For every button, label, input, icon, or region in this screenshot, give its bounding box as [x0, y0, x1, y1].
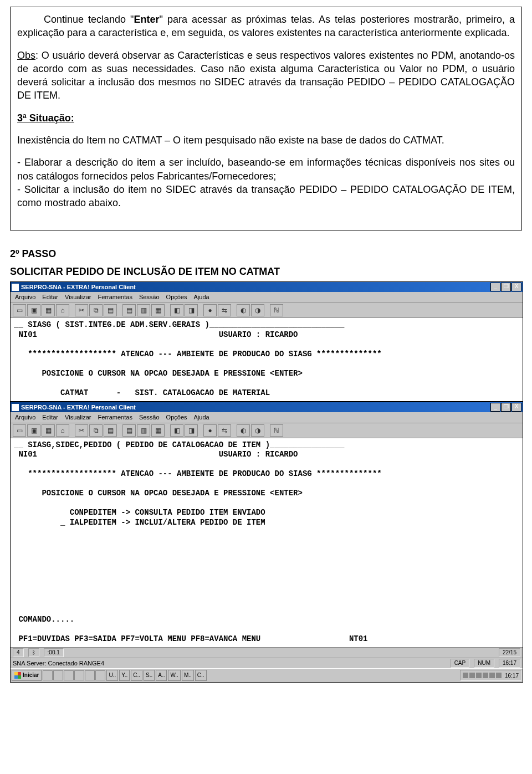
tool-print-icon[interactable]: ⌂	[56, 304, 69, 316]
menu-item[interactable]: Ajuda	[194, 413, 209, 422]
tool-cut-icon[interactable]: ✂	[75, 304, 88, 316]
menu-item[interactable]: Opções	[166, 293, 187, 301]
tool-btn-icon[interactable]: ▥	[137, 304, 150, 316]
tool-btn-icon[interactable]: ◑	[251, 424, 264, 437]
paragraph-2: Obs: O usuário deverá observar as Caract…	[17, 49, 515, 102]
tool-btn-icon[interactable]: ▤	[122, 304, 136, 316]
ql-icon[interactable]	[95, 670, 105, 680]
tool-btn-icon[interactable]: ▤	[122, 424, 136, 437]
ql-icon[interactable]	[85, 670, 95, 680]
task-button[interactable]: Y..	[119, 670, 130, 681]
paragraph-4: - Elaborar a descrição do item a ser inc…	[17, 156, 515, 209]
tool-btn-icon[interactable]: ▦	[151, 424, 165, 437]
tool-help-icon[interactable]: ℕ	[270, 304, 283, 316]
terminal-window-main: SERPRO-SNA - EXTRA! Personal Client _ ❐ …	[10, 402, 523, 683]
window-title-top: SERPRO-SNA - EXTRA! Personal Client	[21, 283, 136, 291]
tool-cut-icon[interactable]: ✂	[75, 424, 88, 437]
menu-item[interactable]: Arquivo	[15, 293, 35, 301]
tool-btn-icon[interactable]: ◨	[185, 424, 198, 437]
ql-icon[interactable]	[74, 670, 84, 680]
menu-item[interactable]: Arquivo	[15, 413, 35, 422]
tool-paste-icon[interactable]: ▤	[104, 304, 117, 316]
tool-btn-icon[interactable]: ▥	[137, 424, 150, 437]
maximize-button[interactable]: ❐	[501, 283, 511, 291]
tool-save-icon[interactable]: ▦	[42, 424, 55, 437]
close-button[interactable]: X	[511, 283, 521, 291]
tool-help-icon[interactable]: ℕ	[270, 424, 283, 437]
tool-new-icon[interactable]: ▭	[13, 424, 26, 437]
tool-print-icon[interactable]: ⌂	[56, 424, 69, 437]
tray-icon[interactable]	[476, 673, 482, 678]
tool-btn-icon[interactable]: ▦	[151, 304, 165, 316]
p2-obs-label: Obs	[17, 50, 35, 61]
tool-btn-icon[interactable]: ◧	[170, 424, 183, 437]
task-button[interactable]: C..	[131, 670, 142, 681]
statusbar-row2: SNA Server: Conectado RANGE4 CAP NUM 16:…	[11, 658, 523, 668]
tool-btn-icon[interactable]: ◨	[185, 304, 198, 316]
status-cursor-pos: 22/15	[499, 648, 520, 657]
task-button[interactable]: A..	[156, 670, 167, 681]
paragraph-3: Inexistência do Item no CATMAT – O item …	[17, 134, 515, 147]
tray-icon[interactable]	[469, 673, 475, 678]
close-button[interactable]: X	[511, 403, 521, 412]
menu-item[interactable]: Ferramentas	[98, 293, 132, 301]
tool-transfer-icon[interactable]: ⇆	[218, 304, 231, 316]
minimize-button[interactable]: _	[490, 283, 500, 291]
menu-item[interactable]: Ferramentas	[98, 413, 132, 422]
paragraph-1: Continue teclando "Enter" para acessar a…	[17, 13, 515, 40]
ql-icon[interactable]	[64, 670, 74, 680]
tool-open-icon[interactable]: ▣	[27, 424, 40, 437]
tool-copy-icon[interactable]: ⧉	[89, 304, 103, 316]
task-button[interactable]: W..	[168, 670, 180, 681]
menu-item[interactable]: Ajuda	[194, 293, 209, 301]
menu-item[interactable]: Editar	[42, 413, 58, 422]
tray-icon[interactable]	[483, 673, 488, 678]
tray-icon[interactable]	[496, 673, 502, 678]
task-button[interactable]: U..	[106, 670, 118, 681]
tool-copy-icon[interactable]: ⧉	[89, 424, 103, 437]
toolbar-top: ▭ ▣ ▦ ⌂ ✂ ⧉ ▤ ▤ ▥ ▦ ◧ ◨ ● ⇆ ◐ ◑	[11, 303, 523, 318]
status-cell: ᛒ	[28, 648, 39, 657]
tool-record-icon[interactable]: ●	[203, 304, 217, 316]
taskbar: Iniciar U.. Y.. C.. S.. A.. W.. M.. C..	[11, 668, 523, 682]
tray-icon[interactable]	[489, 673, 495, 678]
system-tray: 16:17	[460, 670, 521, 681]
menu-item[interactable]: Opções	[166, 413, 187, 422]
p1-part-a: Continue teclando "	[44, 14, 134, 25]
tool-transfer-icon[interactable]: ⇆	[218, 424, 231, 437]
p2-body: : O usuário deverá observar as Caracterí…	[17, 50, 515, 101]
task-button[interactable]: S..	[144, 670, 155, 681]
menu-item[interactable]: Editar	[42, 293, 58, 301]
minimize-button[interactable]: _	[490, 403, 500, 412]
section-title: SOLICITAR PEDIDO DE INCLUSÃO DE ITEM NO …	[10, 265, 522, 278]
tool-record-icon[interactable]: ●	[203, 424, 217, 437]
tool-btn-icon[interactable]: ◐	[237, 424, 250, 437]
task-button[interactable]: M..	[182, 670, 194, 681]
tool-save-icon[interactable]: ▦	[42, 304, 55, 316]
tool-btn-icon[interactable]: ◧	[170, 304, 183, 316]
start-label: Iniciar	[23, 670, 39, 680]
instruction-box: Continue teclando "Enter" para acessar a…	[10, 7, 522, 230]
menu-item[interactable]: Sessão	[139, 293, 160, 301]
tool-new-icon[interactable]: ▭	[13, 304, 26, 316]
passo-heading: 2º PASSO	[10, 247, 522, 260]
ql-icon[interactable]	[53, 670, 63, 680]
tool-btn-icon[interactable]: ◑	[251, 304, 264, 316]
tool-open-icon[interactable]: ▣	[27, 304, 40, 316]
ql-icon[interactable]	[43, 670, 53, 680]
tool-btn-icon[interactable]: ◐	[237, 304, 250, 316]
tray-icon[interactable]	[463, 673, 468, 678]
terminal-area-top[interactable]: __ SIASG ( SIST.INTEG.DE ADM.SERV.GERAIS…	[11, 318, 523, 401]
maximize-button[interactable]: ❐	[501, 403, 511, 412]
app-icon	[12, 284, 19, 291]
task-button[interactable]: C..	[195, 670, 207, 681]
terminal-area-main[interactable]: __ SIASG,SIDEC,PEDIDO ( PEDIDO DE CATALO…	[11, 438, 523, 648]
menu-item[interactable]: Visualizar	[65, 293, 91, 301]
status-num: NUM	[474, 659, 494, 668]
titlebar-main: SERPRO-SNA - EXTRA! Personal Client _ ❐ …	[11, 402, 523, 412]
titlebar-top: SERPRO-SNA - EXTRA! Personal Client _ ❐ …	[11, 282, 523, 292]
tool-paste-icon[interactable]: ▤	[104, 424, 117, 437]
menu-item[interactable]: Sessão	[139, 413, 160, 422]
start-button[interactable]: Iniciar	[12, 670, 42, 681]
menu-item[interactable]: Visualizar	[65, 413, 91, 422]
